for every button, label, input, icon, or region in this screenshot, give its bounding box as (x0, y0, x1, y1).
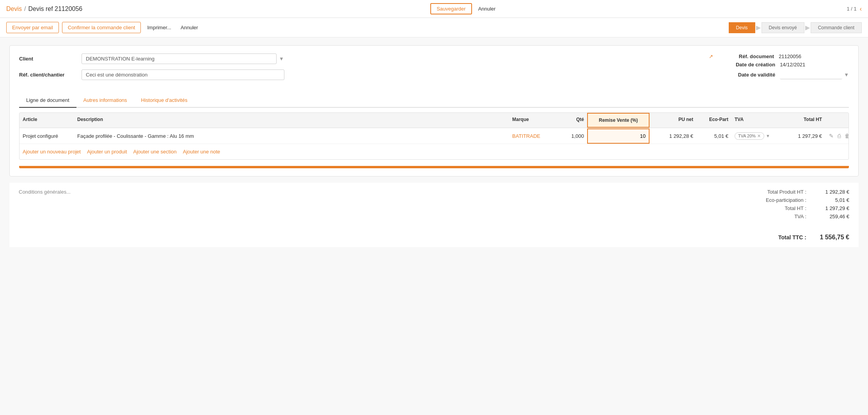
th-marque: Marque (509, 113, 556, 128)
tva-dropdown-icon: ▼ (766, 134, 770, 138)
delete-row-button[interactable]: 🗑 (844, 132, 849, 140)
client-input[interactable] (82, 53, 277, 64)
td-punet: 1 292,28 € (650, 129, 696, 143)
ref-doc-label: Réf. document (719, 53, 774, 59)
total-ht-label: Total HT : (744, 205, 806, 211)
edit-row-button[interactable]: ✎ (828, 132, 834, 140)
tva-badge: TVA 20% ✕ (735, 132, 764, 140)
tabs: Ligne de document Autres informations Hi… (19, 93, 849, 108)
date-validite-field: ▼ (780, 70, 849, 79)
form-section: Client ▼ Réf. client/chantier (9, 45, 859, 176)
eco-participation-row: Eco-participation : 5,01 € (744, 197, 849, 203)
date-validite-input[interactable] (780, 70, 842, 79)
total-produit-row: Total Produit HT : 1 292,28 € (744, 189, 849, 195)
pagination-prev-icon[interactable]: ‹ (860, 5, 862, 12)
ref-client-field (82, 69, 670, 80)
ref-doc-value: 21120056 (779, 53, 818, 59)
client-select[interactable]: ▼ (82, 53, 670, 64)
tab-ligne-document[interactable]: Ligne de document (19, 93, 76, 108)
ref-client-row: Réf. client/chantier (19, 69, 670, 80)
footer-section: Conditions générales... Total Produit HT… (9, 183, 859, 247)
form-right: ↗ Réf. document 21120056 Date de créatio… (685, 53, 849, 79)
date-creation-row: Date de création 14/12/2021 (709, 62, 849, 68)
remise-input[interactable] (591, 133, 646, 139)
table-header: Article Description Marque Qté Remise Ve… (20, 113, 848, 128)
th-article: Article (20, 113, 74, 128)
td-qte: 1,000 (556, 129, 587, 143)
tva-row: TVA : 259,46 € (744, 214, 849, 219)
external-link-icon: ↗ (709, 53, 713, 59)
total-produit-label: Total Produit HT : (744, 189, 806, 195)
table-row: Projet configuré Façade profilée - Couli… (20, 128, 848, 144)
add-project-link[interactable]: Ajouter un nouveau projet (23, 149, 81, 155)
conditions-text: Conditions générales... (19, 189, 71, 195)
th-ecopart: Eco-Part (696, 113, 731, 128)
client-label: Client (19, 53, 82, 62)
th-tva: TVA (731, 113, 778, 128)
add-product-link[interactable]: Ajouter un produit (87, 149, 127, 155)
action-bar: Envoyer par email Confirmer la commande … (0, 18, 868, 37)
cancel-button-action[interactable]: Annuler (178, 22, 201, 33)
date-validite-row: Date de validité ▼ (709, 70, 849, 79)
status-arrow-1: ▶ (755, 24, 761, 31)
ref-client-input[interactable] (82, 69, 284, 80)
main-content: Client ▼ Réf. client/chantier (0, 37, 868, 255)
ref-doc-row: ↗ Réf. document 21120056 (709, 53, 849, 59)
top-bar: Devis / Devis ref 21120056 Sauvegarder A… (0, 0, 868, 18)
client-row: Client ▼ (19, 53, 670, 64)
th-description: Description (74, 113, 509, 128)
ref-client-label: Réf. client/chantier (19, 69, 82, 78)
form-left: Client ▼ Réf. client/chantier (19, 53, 670, 85)
th-actions (825, 113, 848, 128)
td-description: Façade profilée - Coulissante - Gamme : … (74, 129, 509, 143)
total-produit-value: 1 292,28 € (814, 189, 849, 195)
totals: Total Produit HT : 1 292,28 € Eco-partic… (744, 189, 849, 241)
add-section-link[interactable]: Ajouter une section (133, 149, 177, 155)
print-button[interactable]: Imprimer... (144, 22, 174, 33)
th-qte: Qté (556, 113, 587, 128)
cancel-button-top[interactable]: Annuler (475, 4, 499, 14)
status-steps: Devis ▶ Devis envoyé ▶ Commande client (729, 22, 862, 33)
total-ttc-value: 1 556,75 € (814, 234, 849, 241)
tva-value: 259,46 € (814, 214, 849, 219)
tva-remove-icon[interactable]: ✕ (757, 134, 761, 139)
tab-historique[interactable]: Historique d'activités (134, 93, 195, 108)
breadcrumb: Devis / Devis ref 21120056 (6, 5, 82, 12)
eco-participation-value: 5,01 € (814, 197, 849, 203)
breadcrumb-parent[interactable]: Devis (6, 5, 22, 12)
add-links: Ajouter un nouveau projet Ajouter un pro… (20, 144, 848, 159)
save-button[interactable]: Sauvegarder (430, 3, 472, 14)
footer-content: Conditions générales... Total Produit HT… (19, 189, 849, 241)
client-dropdown-icon: ▼ (277, 56, 286, 62)
copy-row-button[interactable]: ⎙ (837, 132, 841, 140)
eco-participation-label: Eco-participation : (744, 197, 806, 203)
td-marque: BATITRADE (509, 129, 556, 143)
td-article: Projet configuré (20, 129, 74, 143)
td-ecopart: 5,01 € (696, 129, 731, 143)
th-remise: Remise Vente (%) (587, 113, 650, 128)
orange-accent-bar (19, 166, 849, 168)
client-field: ▼ (82, 53, 670, 64)
tab-autres-informations[interactable]: Autres informations (76, 93, 134, 108)
date-validite-label: Date de validité (721, 72, 775, 78)
pagination-text: 1 / 1 (847, 6, 856, 12)
th-totalht: Total HT (778, 113, 825, 128)
status-step-commande: Commande client (811, 22, 862, 33)
add-note-link[interactable]: Ajouter une note (183, 149, 220, 155)
date-validity-dropdown-icon: ▼ (844, 72, 849, 78)
table-section: Article Description Marque Qté Remise Ve… (19, 112, 849, 160)
form-right-section: ↗ Réf. document 21120056 Date de créatio… (709, 53, 849, 79)
top-actions: Sauvegarder Annuler (430, 3, 499, 14)
send-email-button[interactable]: Envoyer par email (6, 22, 59, 33)
confirm-order-button[interactable]: Confirmer la commande client (62, 22, 141, 33)
form-two-col: Client ▼ Réf. client/chantier (19, 53, 849, 85)
date-creation-label: Date de création (721, 62, 775, 68)
td-totalht: 1 297,29 € (778, 129, 825, 143)
status-step-devis: Devis (729, 22, 755, 33)
status-arrow-2: ▶ (804, 24, 811, 31)
td-remise[interactable] (587, 128, 650, 144)
total-ttc-label: Total TTC : (744, 234, 806, 240)
date-creation-value: 14/12/2021 (780, 62, 819, 68)
tva-label: TVA : (744, 214, 806, 219)
td-tva: TVA 20% ✕ ▼ (731, 128, 778, 144)
